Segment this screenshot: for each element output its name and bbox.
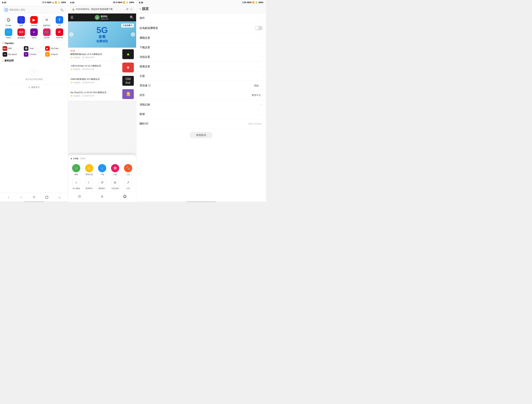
quick-link-pinterest[interactable]: P Pinterest [54,28,65,39]
bm-row2: ☆ 加入書籤 ☾ 夜間模式 ↺ 重新載入 ⊖ 訊息反饋 ↗ 分享 [68,178,136,191]
banner-5g-text: 5G [96,26,108,34]
settings-item-search[interactable]: 搜索設置 › [136,62,266,71]
article-item-2[interactable]: OldRoll胶卷相机 v5.0 解锁会员 📁 安卓软件 🕐 2024-04-2… [68,74,136,88]
settings-item-default-browser[interactable]: 設為默認瀏覽器 [136,23,266,33]
restore-btn[interactable]: 恢復默認 [190,132,213,138]
fb-icon: f [56,16,63,24]
site-header: ☰ 🤖 软件社 rjshe.com 🔍 [68,13,136,21]
bm-collapse-btn[interactable]: ∨ [99,193,105,200]
bm-theme-label: 主題 [113,173,117,176]
heart-icon: ♡ [30,68,38,76]
settings-item-account[interactable]: 賬號 › [136,109,266,119]
quick-link-yahoo[interactable]: Y! Yahoo [28,28,40,39]
quick-link-twitter[interactable]: 🐦 Twitter [3,28,14,39]
bm-power-btn[interactable]: ⏻ [121,193,128,200]
settings-title: 設定 [142,6,149,11]
youtube-icon: ▶ [30,16,38,24]
topsite-myspace[interactable]: MS My Space [3,52,23,57]
bm-feedback-btn[interactable]: ⊖ 訊息反饋 [111,179,119,190]
bm-download-icon: ↓ [98,164,106,172]
cloud-dots[interactable]: ··· [260,84,263,87]
bm-tools-btn[interactable]: 🔧 工具 [124,164,132,176]
search-placeholder: 搜索或输入網址 [9,8,59,11]
quick-link-fb[interactable]: f FB [54,16,65,27]
games-label: Games [44,37,50,38]
article-item-0[interactable]: [置顶] 醒图国际版Hypic v3.6.0 解锁会员 📁 安卓软件 🕐 202… [68,48,136,61]
topsites-more-btn[interactable]: ··· [63,41,65,45]
manage-card-btn[interactable]: ⊙ 管理卡片 [3,84,65,90]
about-label: 關於UC [139,122,149,125]
settings-item-clear[interactable]: 清除記錄 ··· [136,100,266,109]
twitter-icon: 🐦 [5,28,12,36]
topsite-amazon[interactable]: a Amazon [45,52,65,57]
quick-link-wiki[interactable]: W 維基百科 [41,16,53,27]
bm-download-btn[interactable]: ↓ 下載 [98,164,106,176]
bm-add-bookmark-btn[interactable]: ☆ 加入書籤 [72,179,80,190]
topsite-bbc[interactable]: BBC BBC [3,46,23,51]
topsite-goal[interactable]: ⚽ Goal [24,46,44,51]
settings-item-notification[interactable]: 消息設置 › [136,52,266,62]
site-search-icon[interactable]: 🔍 [130,15,134,19]
banner-next-btn[interactable]: › [131,32,135,37]
article-item-1[interactable]: 小影VivaVideo v9.15.5 解锁会员 📁 安卓软件 🕐 2024-0… [68,61,136,74]
site-logo-icon: 🤖 [95,15,100,20]
topsite-ymusic[interactable]: Y! Y!music [24,52,44,57]
clear-dots[interactable]: ··· [260,103,263,106]
settings-item-plugin[interactable]: 插件 › [136,13,266,23]
most-visited-more-btn[interactable]: ··· [63,59,65,62]
search-icon[interactable]: 🔍 [60,8,63,12]
download-settings-label: 下載設置 [139,46,150,49]
settings-item-download[interactable]: 下載設置 › [136,43,266,52]
settings-item-theme[interactable]: 主題 › [136,71,266,81]
back-btn[interactable]: ‹ [6,194,11,200]
cloud-open-text: 開啟 [254,84,259,87]
article-item-3[interactable]: My Diary日记 v1.03.42.0423 解锁会员 📁 安卓软件 🕐 2… [68,88,136,101]
banner-tag: 正規流量卡 [121,24,134,27]
bm-history-btn[interactable]: ⊙ 歷程記錄 [85,164,93,176]
bm-reload-btn[interactable]: ↺ 重新載入 [98,179,106,190]
article-thumb-3: 📔 [122,89,134,99]
settings-item-browse[interactable]: 瀏覽設置 › [136,33,266,43]
toggle-knob [255,26,259,30]
bm-kb-label: 0 KB [73,157,78,160]
panel-settings: 8:35 1.05 KB/S 📶 🔋 100% ‹ 設定 插件 › 設為默認瀏覽… [136,0,266,202]
quick-link-weibo[interactable]: 微博 新浪微博 [15,28,27,39]
menu-btn[interactable]: ≡ [31,194,37,200]
quick-link-google[interactable]: Google [3,16,14,27]
browse-chevron: › [262,37,263,39]
site-domain: rjshe.com [101,18,108,20]
bm-settings-btn[interactable]: ⊙ [76,193,83,200]
bm-bookmarks-btn[interactable]: ☆ 書籤 [72,164,80,176]
bm-night-mode-label: 夜間模式 [86,187,93,190]
banner-prev-btn[interactable]: ‹ [69,32,73,37]
status-bar-home: 8:35 17.2 KB/S ▲ 📶 🔋 100% [0,0,68,5]
settings-list: 插件 › 設為默認瀏覽器 瀏覽設置 › [136,13,266,201]
settings-item-cloud[interactable]: 雲加速 ⓘ 開啟 ··· [136,81,266,90]
quick-links-grid: Google 🐾 百度 ▶ Youtube W 維基百科 f FB 🐦 Twit… [0,15,68,40]
language-label: 語言 [139,93,145,97]
bm-share-btn[interactable]: ↗ 分享 [124,179,132,190]
tab-btn[interactable] [44,194,50,200]
topsites-title: Topsites [3,42,14,45]
topsite-youtube[interactable]: ▶ YouTube [45,46,65,51]
quick-link-games[interactable]: 🎮 Games [41,28,53,39]
bookmark-icon[interactable]: ☆ [130,7,132,11]
forward-btn[interactable]: › [18,194,24,200]
back-btn-settings[interactable]: ‹ [139,7,140,11]
browser-content: ☰ 🤖 软件社 rjshe.com 🔍 ‹ 5G 套餐 免費領取 正規流量卡 › [68,13,136,202]
settings-item-language[interactable]: 語言 繁体中文 › [136,90,266,100]
bm-add-bookmark-label: 加入書籤 [73,187,80,190]
settings-item-about[interactable]: 關於UC V13.7.0.1319 › [136,119,266,128]
quick-link-youtube[interactable]: ▶ Youtube [28,16,40,27]
home-btn[interactable]: ⌂ [57,194,63,200]
banner-5g: ‹ 5G 套餐 免費領取 正規流量卡 › [68,21,136,48]
bm-theme-btn[interactable]: ✿ 主題 [111,164,119,176]
hamburger-menu[interactable]: ☰ [70,15,73,19]
quick-link-baidu[interactable]: 🐾 百度 [15,16,27,27]
bm-night-mode-btn[interactable]: ☾ 夜間模式 [85,179,93,190]
address-bar[interactable]: 🔒 RJSHE软件社 - 精品软件资源免费下载 ↺ ☆ [70,6,134,13]
bm-icons-row: ☆ 書籤 ⊙ 歷程記錄 ↓ 下載 ✿ 主題 🔧 工具 [68,162,136,178]
reload-icon[interactable]: ↺ [126,7,128,11]
search-bar[interactable]: G 搜索或输入網址 🔍 [2,6,66,13]
default-browser-toggle[interactable] [255,26,263,30]
